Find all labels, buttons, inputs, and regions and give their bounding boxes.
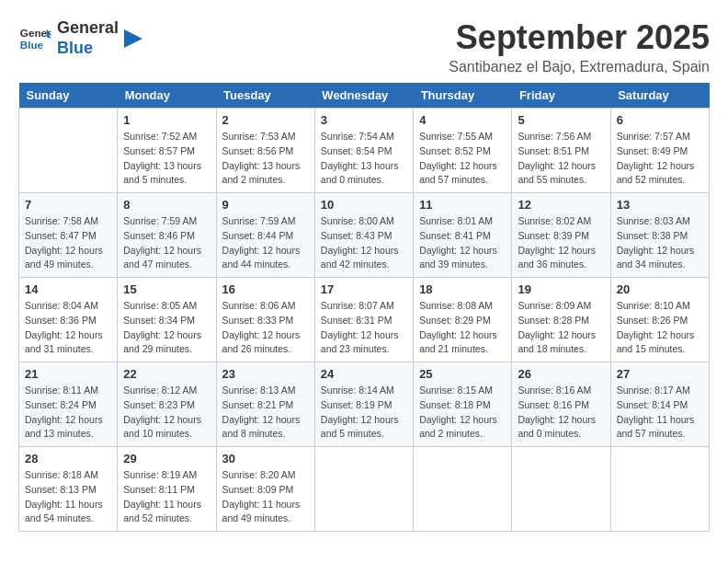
day-info: Sunrise: 8:10 AM Sunset: 8:26 PM Dayligh…: [617, 299, 703, 357]
calendar-cell: 13 Sunrise: 8:03 AM Sunset: 8:38 PM Dayl…: [610, 193, 709, 278]
day-info: Sunrise: 8:05 AM Sunset: 8:34 PM Dayligh…: [123, 299, 210, 357]
day-number: 25: [419, 367, 506, 381]
page-header: General Blue General Blue September 2025…: [18, 18, 710, 75]
day-number: 27: [617, 367, 703, 381]
calendar-cell: 28 Sunrise: 8:18 AM Sunset: 8:13 PM Dayl…: [19, 447, 118, 532]
title-block: September 2025 Santibanez el Bajo, Extre…: [449, 18, 710, 75]
calendar-cell: 3 Sunrise: 7:54 AM Sunset: 8:54 PM Dayli…: [314, 109, 413, 193]
day-number: 12: [518, 198, 604, 212]
day-number: 29: [123, 452, 210, 465]
weekday-header-friday: Friday: [512, 83, 610, 109]
calendar-cell: 24 Sunrise: 8:14 AM Sunset: 8:19 PM Dayl…: [314, 362, 413, 447]
day-info: Sunrise: 8:11 AM Sunset: 8:24 PM Dayligh…: [25, 384, 111, 442]
weekday-header-tuesday: Tuesday: [216, 83, 314, 109]
day-number: 7: [25, 198, 111, 212]
calendar-cell: 6 Sunrise: 7:57 AM Sunset: 8:49 PM Dayli…: [610, 109, 709, 193]
calendar-cell: 17 Sunrise: 8:07 AM Sunset: 8:31 PM Dayl…: [314, 278, 413, 362]
calendar-cell: 10 Sunrise: 8:00 AM Sunset: 8:43 PM Dayl…: [314, 193, 413, 278]
svg-marker-4: [124, 29, 142, 48]
day-number: 5: [518, 113, 604, 127]
calendar-cell: 23 Sunrise: 8:13 AM Sunset: 8:21 PM Dayl…: [216, 362, 314, 447]
day-info: Sunrise: 7:58 AM Sunset: 8:47 PM Dayligh…: [25, 214, 111, 272]
day-info: Sunrise: 8:08 AM Sunset: 8:29 PM Dayligh…: [419, 299, 506, 357]
calendar-cell: [610, 447, 709, 532]
day-number: 6: [617, 113, 703, 127]
day-number: 20: [617, 282, 703, 296]
calendar-cell: [414, 447, 512, 532]
calendar-cell: 29 Sunrise: 8:19 AM Sunset: 8:11 PM Dayl…: [118, 447, 216, 532]
logo-arrow-icon: [124, 25, 142, 52]
calendar-cell: 14 Sunrise: 8:04 AM Sunset: 8:36 PM Dayl…: [19, 278, 118, 362]
day-info: Sunrise: 8:12 AM Sunset: 8:23 PM Dayligh…: [123, 384, 210, 442]
weekday-header-thursday: Thursday: [414, 83, 512, 109]
calendar-cell: 27 Sunrise: 8:17 AM Sunset: 8:14 PM Dayl…: [610, 362, 709, 447]
day-number: 10: [321, 198, 407, 212]
day-number: 19: [518, 282, 604, 296]
calendar-week-2: 7 Sunrise: 7:58 AM Sunset: 8:47 PM Dayli…: [19, 193, 710, 278]
calendar-cell: [19, 109, 118, 193]
day-info: Sunrise: 7:56 AM Sunset: 8:51 PM Dayligh…: [518, 130, 604, 188]
day-info: Sunrise: 8:02 AM Sunset: 8:39 PM Dayligh…: [518, 214, 604, 272]
logo-general: General: [57, 18, 119, 39]
day-info: Sunrise: 8:09 AM Sunset: 8:28 PM Dayligh…: [518, 299, 604, 357]
weekday-header-sunday: Sunday: [19, 83, 118, 109]
day-number: 21: [25, 367, 111, 381]
day-number: 26: [518, 367, 604, 381]
calendar-cell: [314, 447, 413, 532]
svg-text:Blue: Blue: [20, 38, 44, 50]
day-info: Sunrise: 8:00 AM Sunset: 8:43 PM Dayligh…: [321, 214, 407, 272]
day-info: Sunrise: 7:55 AM Sunset: 8:52 PM Dayligh…: [419, 130, 506, 188]
day-number: 3: [321, 113, 407, 127]
day-number: 28: [25, 452, 111, 465]
calendar-cell: 21 Sunrise: 8:11 AM Sunset: 8:24 PM Dayl…: [19, 362, 118, 447]
day-info: Sunrise: 7:59 AM Sunset: 8:44 PM Dayligh…: [222, 214, 309, 272]
day-number: 30: [222, 452, 309, 465]
day-number: 24: [321, 367, 407, 381]
calendar-cell: 12 Sunrise: 8:02 AM Sunset: 8:39 PM Dayl…: [512, 193, 610, 278]
day-info: Sunrise: 8:01 AM Sunset: 8:41 PM Dayligh…: [419, 214, 506, 272]
calendar-cell: 30 Sunrise: 8:20 AM Sunset: 8:09 PM Dayl…: [216, 447, 314, 532]
calendar-cell: 2 Sunrise: 7:53 AM Sunset: 8:56 PM Dayli…: [216, 109, 314, 193]
logo-blue: Blue: [57, 39, 119, 59]
calendar-week-5: 28 Sunrise: 8:18 AM Sunset: 8:13 PM Dayl…: [19, 447, 710, 532]
calendar-cell: 8 Sunrise: 7:59 AM Sunset: 8:46 PM Dayli…: [118, 193, 216, 278]
calendar-cell: 19 Sunrise: 8:09 AM Sunset: 8:28 PM Dayl…: [512, 278, 610, 362]
logo: General Blue General Blue: [18, 18, 142, 58]
calendar-cell: 11 Sunrise: 8:01 AM Sunset: 8:41 PM Dayl…: [414, 193, 512, 278]
calendar-cell: 20 Sunrise: 8:10 AM Sunset: 8:26 PM Dayl…: [610, 278, 709, 362]
day-number: 22: [123, 367, 210, 381]
day-number: 18: [419, 282, 506, 296]
day-number: 11: [419, 198, 506, 212]
calendar-cell: 5 Sunrise: 7:56 AM Sunset: 8:51 PM Dayli…: [512, 109, 610, 193]
calendar-table: SundayMondayTuesdayWednesdayThursdayFrid…: [18, 83, 710, 532]
day-number: 15: [123, 282, 210, 296]
calendar-cell: 9 Sunrise: 7:59 AM Sunset: 8:44 PM Dayli…: [216, 193, 314, 278]
day-info: Sunrise: 8:04 AM Sunset: 8:36 PM Dayligh…: [25, 299, 111, 357]
day-info: Sunrise: 7:53 AM Sunset: 8:56 PM Dayligh…: [222, 130, 309, 188]
day-number: 23: [222, 367, 309, 381]
day-info: Sunrise: 8:03 AM Sunset: 8:38 PM Dayligh…: [617, 214, 703, 272]
calendar-cell: 16 Sunrise: 8:06 AM Sunset: 8:33 PM Dayl…: [216, 278, 314, 362]
day-number: 14: [25, 282, 111, 296]
calendar-cell: 25 Sunrise: 8:15 AM Sunset: 8:18 PM Dayl…: [414, 362, 512, 447]
day-info: Sunrise: 8:18 AM Sunset: 8:13 PM Dayligh…: [25, 468, 111, 526]
day-number: 17: [321, 282, 407, 296]
weekday-header-wednesday: Wednesday: [314, 83, 413, 109]
day-info: Sunrise: 7:59 AM Sunset: 8:46 PM Dayligh…: [123, 214, 210, 272]
calendar-cell: 15 Sunrise: 8:05 AM Sunset: 8:34 PM Dayl…: [118, 278, 216, 362]
calendar-cell: 4 Sunrise: 7:55 AM Sunset: 8:52 PM Dayli…: [414, 109, 512, 193]
day-info: Sunrise: 8:13 AM Sunset: 8:21 PM Dayligh…: [222, 384, 309, 442]
calendar-cell: 1 Sunrise: 7:52 AM Sunset: 8:57 PM Dayli…: [118, 109, 216, 193]
month-title: September 2025: [449, 18, 710, 57]
calendar-week-4: 21 Sunrise: 8:11 AM Sunset: 8:24 PM Dayl…: [19, 362, 710, 447]
day-number: 1: [123, 113, 210, 127]
calendar-cell: 22 Sunrise: 8:12 AM Sunset: 8:23 PM Dayl…: [118, 362, 216, 447]
calendar-cell: 7 Sunrise: 7:58 AM Sunset: 8:47 PM Dayli…: [19, 193, 118, 278]
day-number: 16: [222, 282, 309, 296]
calendar-week-3: 14 Sunrise: 8:04 AM Sunset: 8:36 PM Dayl…: [19, 278, 710, 362]
day-info: Sunrise: 8:15 AM Sunset: 8:18 PM Dayligh…: [419, 384, 506, 442]
day-number: 8: [123, 198, 210, 212]
day-info: Sunrise: 8:16 AM Sunset: 8:16 PM Dayligh…: [518, 384, 604, 442]
day-info: Sunrise: 8:07 AM Sunset: 8:31 PM Dayligh…: [321, 299, 407, 357]
day-number: 13: [617, 198, 703, 212]
